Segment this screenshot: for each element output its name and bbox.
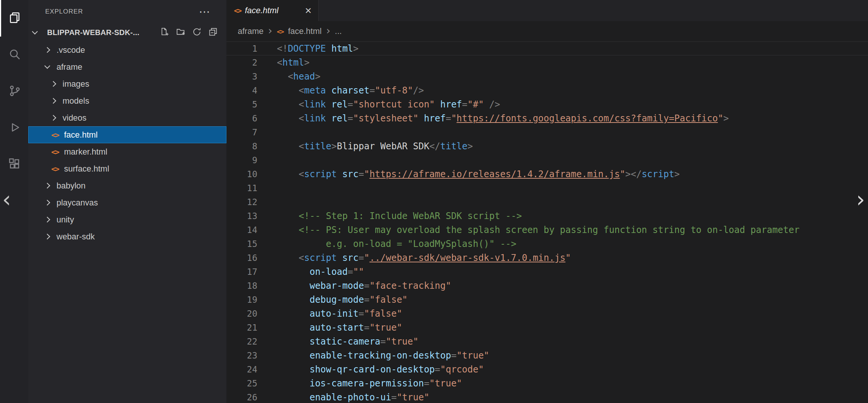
vscode-window: EXPLORER ⋯ BLIPPAR-WEBAR-SDK-...	[0, 0, 868, 403]
chevron-right-icon	[44, 200, 50, 206]
code-line-25[interactable]: 25 ios-camera-permission="true"	[226, 376, 868, 390]
line-number: 24	[226, 365, 257, 374]
code-line-3[interactable]: 3 <head>	[226, 69, 868, 83]
search-activity-button[interactable]	[0, 37, 28, 73]
tree-item-label: surface.html	[64, 164, 109, 174]
close-tab-button[interactable]: ×	[304, 5, 312, 16]
chevron-right-icon: ›	[326, 26, 330, 36]
run-debug-activity-button[interactable]	[0, 110, 28, 146]
code-line-7[interactable]: 7	[226, 125, 868, 139]
chevron-right-icon: ›	[268, 26, 272, 36]
code-line-9[interactable]: 9	[226, 153, 868, 167]
explorer-activity-button[interactable]	[0, 0, 28, 37]
chevron-right-icon	[50, 98, 57, 104]
editor-area: <> face.html × aframe › <> face.html › .…	[226, 0, 868, 403]
workspace-header[interactable]: BLIPPAR-WEBAR-SDK-...	[28, 23, 226, 41]
tree-item-label: face.html	[64, 130, 98, 140]
tab-label: face.html	[245, 6, 301, 15]
line-number: 21	[226, 323, 257, 333]
html-file-icon: <>	[51, 147, 64, 156]
code-line-20[interactable]: 20 auto-init="false"	[226, 306, 868, 320]
tree-item-babylon[interactable]: babylon	[28, 177, 226, 194]
extensions-activity-button[interactable]	[0, 146, 28, 183]
breadcrumb-folder[interactable]: aframe	[238, 26, 263, 36]
code-text: debug-mode="false"	[257, 294, 408, 305]
line-number: 11	[226, 183, 257, 193]
code-line-6[interactable]: 6 <link rel="stylesheet" href="https://f…	[226, 111, 868, 125]
line-number: 5	[226, 100, 257, 109]
code-line-15[interactable]: 15 e.g. on-load = "LoadMySplash()" -->	[226, 237, 868, 251]
code-text: <!-- Step 1: Include WebAR SDK script --…	[257, 211, 522, 221]
code-line-10[interactable]: 10 <script src="https://aframe.io/releas…	[226, 167, 868, 181]
overlay-right-chevron[interactable]: ›	[856, 188, 865, 210]
code-lines[interactable]: 1<!DOCTYPE html>2<html>3 <head>4 <meta c…	[226, 41, 868, 403]
refresh-icon[interactable]	[192, 27, 202, 38]
code-line-23[interactable]: 23 enable-tracking-on-desktop="true"	[226, 348, 868, 362]
sidebar-title-row: EXPLORER ⋯	[28, 0, 226, 23]
code-line-8[interactable]: 8 <title>Blippar WebAR SDK</title>	[226, 139, 868, 153]
tree-item--vscode[interactable]: .vscode	[28, 41, 226, 58]
source-control-activity-button[interactable]	[0, 73, 28, 110]
code-text: show-qr-card-on-desktop="qrcode"	[257, 364, 484, 375]
code-line-16[interactable]: 16 <script src="../webar-sdk/webar-sdk-v…	[226, 251, 868, 265]
tree-item-webar-sdk[interactable]: webar-sdk	[28, 228, 226, 245]
code-line-13[interactable]: 13 <!-- Step 1: Include WebAR SDK script…	[226, 209, 868, 223]
tree-item-surface-html[interactable]: <>surface.html	[28, 160, 226, 177]
code-text: e.g. on-load = "LoadMySplash()" -->	[257, 239, 517, 249]
tree-item-videos[interactable]: videos	[28, 109, 226, 126]
line-number: 7	[226, 127, 257, 137]
tree-item-face-html[interactable]: <>face.html	[28, 126, 226, 143]
search-icon	[8, 48, 21, 63]
tree-item-label: playcanvas	[57, 198, 98, 208]
code-line-1[interactable]: 1<!DOCTYPE html>	[226, 41, 868, 55]
breadcrumb-file[interactable]: face.html	[288, 26, 321, 36]
code-text: <!-- PS: User may overload the splash sc…	[257, 225, 799, 235]
code-line-19[interactable]: 19 debug-mode="false"	[226, 293, 868, 306]
code-line-17[interactable]: 17 on-load=""	[226, 265, 868, 279]
code-text: <title>Blippar WebAR SDK</title>	[257, 141, 473, 152]
line-number: 16	[226, 253, 257, 263]
breadcrumb-symbol-ellipsis[interactable]: ...	[335, 26, 342, 36]
code-line-14[interactable]: 14 <!-- PS: User may overload the splash…	[226, 223, 868, 237]
code-line-18[interactable]: 18 webar-mode="face-tracking"	[226, 279, 868, 293]
tab-bar: <> face.html ×	[226, 0, 868, 21]
code-line-2[interactable]: 2<html>	[226, 55, 868, 69]
code-line-21[interactable]: 21 auto-start="true"	[226, 320, 868, 334]
extensions-icon	[8, 157, 21, 172]
line-number: 14	[226, 225, 257, 235]
code-text: auto-init="false"	[257, 308, 402, 319]
code-line-24[interactable]: 24 show-qr-card-on-desktop="qrcode"	[226, 362, 868, 376]
code-text: <head>	[257, 71, 321, 82]
tree-item-models[interactable]: models	[28, 92, 226, 109]
code-line-22[interactable]: 22 static-camera="true"	[226, 334, 868, 348]
overlay-left-chevron[interactable]: ‹	[2, 188, 11, 210]
tree-item-label: .vscode	[57, 45, 85, 55]
tree-item-marker-html[interactable]: <>marker.html	[28, 143, 226, 160]
line-number: 20	[226, 309, 257, 319]
chevron-right-icon	[50, 115, 57, 121]
code-line-5[interactable]: 5 <link rel="shortcut icon" href="#" />	[226, 97, 868, 111]
tab-face-html[interactable]: <> face.html ×	[226, 0, 319, 21]
line-number: 9	[226, 155, 257, 165]
run-debug-icon	[8, 121, 21, 136]
tree-item-label: marker.html	[64, 147, 107, 157]
line-number: 10	[226, 169, 257, 179]
code-text: <meta charset="utf-8"/>	[257, 85, 424, 96]
tree-item-playcanvas[interactable]: playcanvas	[28, 194, 226, 211]
code-line-26[interactable]: 26 enable-photo-ui="true"	[226, 390, 868, 403]
code-line-4[interactable]: 4 <meta charset="utf-8"/>	[226, 83, 868, 97]
tree-item-unity[interactable]: unity	[28, 211, 226, 228]
collapse-all-icon[interactable]	[208, 27, 218, 38]
code-text: enable-tracking-on-desktop="true"	[257, 350, 489, 361]
explorer-title: EXPLORER	[45, 8, 83, 15]
new-folder-icon[interactable]	[176, 27, 186, 38]
tree-item-aframe[interactable]: aframe	[28, 58, 226, 75]
line-number: 2	[226, 58, 257, 67]
new-file-icon[interactable]	[159, 27, 170, 38]
code-line-11[interactable]: 11	[226, 181, 868, 195]
line-number: 15	[226, 239, 257, 249]
tree-item-images[interactable]: images	[28, 75, 226, 92]
explorer-sidebar: EXPLORER ⋯ BLIPPAR-WEBAR-SDK-...	[28, 0, 226, 403]
code-line-12[interactable]: 12	[226, 195, 868, 209]
html-file-icon: <>	[51, 130, 64, 139]
